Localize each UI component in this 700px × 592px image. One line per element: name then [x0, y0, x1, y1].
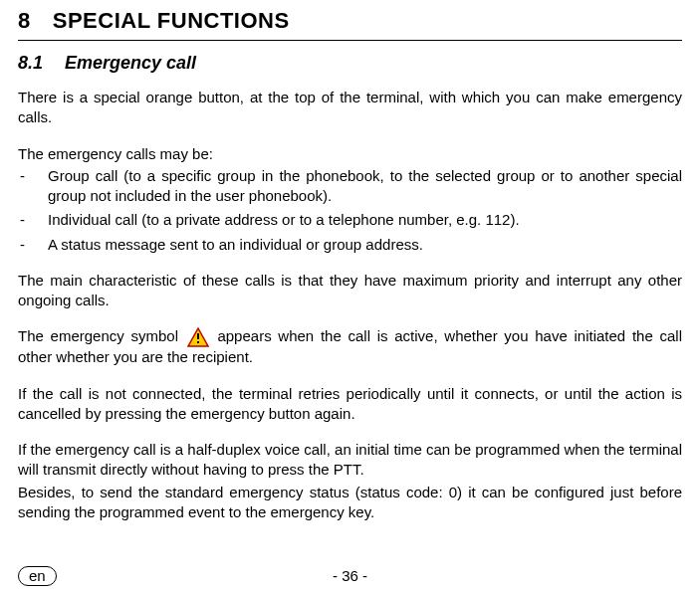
list-item: - Group call (to a specific group in the…	[18, 166, 682, 207]
language-badge: en	[18, 566, 57, 586]
retry-paragraph: If the call is not connected, the termin…	[18, 384, 682, 425]
status-paragraph: Besides, to send the standard emergency …	[18, 483, 682, 523]
halfduplex-paragraph: If the emergency call is a half-duplex v…	[18, 440, 682, 481]
section-title: SPECIAL FUNCTIONS	[53, 8, 290, 33]
intro-paragraph: There is a special orange button, at the…	[18, 88, 682, 128]
page-footer: - 36 -	[0, 567, 700, 584]
list-dash: -	[18, 166, 48, 207]
list-text: A status message sent to an individual o…	[48, 235, 682, 255]
list-item: - A status message sent to an individual…	[18, 235, 682, 255]
subsection-title: Emergency call	[65, 53, 196, 73]
list-text: Group call (to a specific group in the p…	[48, 166, 682, 207]
symbol-text-before: The emergency symbol	[18, 327, 178, 344]
section-heading: 8SPECIAL FUNCTIONS	[18, 8, 682, 41]
symbol-paragraph: The emergency symbol appears when the ca…	[18, 326, 682, 367]
subsection-number: 8.1	[18, 53, 43, 74]
list-dash: -	[18, 210, 48, 230]
emergency-call-list: - Group call (to a specific group in the…	[18, 166, 682, 255]
list-item: - Individual call (to a private address …	[18, 210, 682, 230]
subsection-heading: 8.1Emergency call	[18, 53, 682, 74]
page-number: - 36 -	[333, 567, 367, 584]
list-dash: -	[18, 235, 48, 255]
svg-rect-2	[197, 341, 199, 343]
language-code: en	[29, 567, 46, 584]
warning-triangle-icon	[187, 327, 209, 347]
section-number: 8	[18, 8, 31, 34]
list-lead: The emergency calls may be:	[18, 144, 682, 164]
list-text: Individual call (to a private address or…	[48, 210, 682, 230]
priority-paragraph: The main characteristic of these calls i…	[18, 271, 682, 311]
svg-rect-1	[197, 333, 199, 339]
